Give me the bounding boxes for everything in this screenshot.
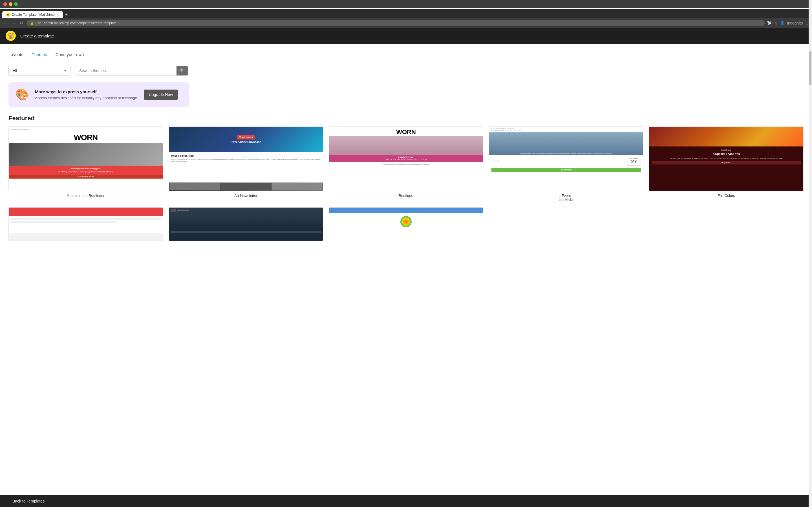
template-card-partial-3[interactable]	[329, 207, 483, 241]
template-thumb-fallcolors: bookhaus A Special Thank You We here at …	[649, 126, 804, 191]
boutique-header: WORN	[329, 127, 483, 136]
app-header: 🐒 Create a template	[0, 28, 812, 44]
app-title: Create a template	[20, 34, 54, 38]
search-button[interactable]: 🔍	[176, 66, 188, 75]
incognito-label: Incognito	[787, 21, 803, 25]
filter-row: All Featured Newsletter Event Holiday Pr…	[8, 66, 804, 75]
thumb-art-top: 🎨 ART BIZ ■ Street Artist Showcase	[169, 127, 323, 152]
minimize-button[interactable]	[9, 2, 12, 6]
art-logo: 🎨 ART BIZ ■	[237, 135, 255, 139]
art-heading: Meet a Street Artist	[171, 154, 320, 157]
upgrade-now-button[interactable]: Upgrade Now	[144, 90, 178, 100]
url-text: us21.admin.mailchimp.com/templates/creat…	[36, 21, 117, 25]
tab-close-icon[interactable]: ✕	[56, 13, 59, 17]
main-content: Layouts Themes Code your own All Feature…	[0, 44, 812, 252]
art-text: Art is an expression of the soul. Art Bi…	[171, 158, 320, 163]
new-tab-button[interactable]: +	[65, 12, 68, 18]
thumb-brand: WORN	[9, 132, 163, 143]
event-header: BANANACO BANANA SUMMITBANANACO WORLD HEA…	[489, 127, 643, 132]
scrollbar[interactable]	[809, 0, 812, 252]
thumb-button: VIEW APPOINTMENT	[9, 175, 163, 179]
forward-nav-button[interactable]: →	[11, 20, 16, 26]
cast-icon[interactable]: 📡	[767, 21, 772, 25]
template-card-partial-1[interactable]	[8, 207, 163, 241]
event-date-block: September 2019 September 27	[489, 155, 643, 167]
banner-text: More ways to express yourself Access the…	[35, 89, 138, 100]
second-row-templates	[8, 207, 804, 241]
template-card-event[interactable]: BANANACO BANANA SUMMITBANANACO WORLD HEA…	[489, 126, 644, 202]
tab-bar: M Create Template | Mailchimp ✕ +	[0, 9, 812, 18]
thumb-image	[9, 143, 163, 166]
template-name-art: Art Newsletter	[168, 193, 323, 198]
search-wrapper: 🔍	[75, 66, 188, 75]
thumb-art-body: Meet a Street Artist Art is an expressio…	[169, 152, 323, 182]
back-nav-button[interactable]: ←	[3, 20, 8, 26]
partial-dark-img	[169, 213, 323, 230]
browser-chrome	[0, 0, 812, 8]
featured-templates-grid: View this email in your browser WORN Loo…	[8, 126, 804, 202]
traffic-lights	[3, 2, 18, 6]
template-thumb-partial-2	[168, 207, 323, 241]
event-register-button: REGISTER NOW	[492, 168, 641, 172]
partial-white-header	[329, 208, 483, 213]
featured-section-title: Featured	[8, 115, 804, 122]
close-button[interactable]	[3, 2, 7, 6]
template-thumb-event: BANANACO BANANA SUMMITBANANACO WORLD HEA…	[489, 126, 644, 191]
tab-themes[interactable]: Themes	[32, 49, 47, 60]
address-bar-row: ← → ↻ 🔒 us21.admin.mailchimp.com/templat…	[0, 18, 812, 28]
banner-illustration: 🎨	[15, 88, 29, 101]
template-thumb-partial-3	[329, 207, 483, 241]
maximize-button[interactable]	[14, 2, 18, 6]
banner-description: Access themes designed for virtually any…	[35, 96, 138, 100]
active-tab[interactable]: M Create Template | Mailchimp ✕	[2, 11, 63, 18]
template-card-art[interactable]: 🎨 ART BIZ ■ Street Artist Showcase Meet …	[168, 126, 323, 202]
template-thumb-art: 🎨 ART BIZ ■ Street Artist Showcase Meet …	[168, 126, 323, 191]
partial-red-bar	[9, 208, 163, 216]
lock-icon: 🔒	[30, 21, 34, 25]
tab-layouts[interactable]: Layouts	[8, 49, 23, 60]
boutique-image: PROJEKTPINKGEAR UP FOR SPRING WITH OUR N…	[329, 136, 483, 162]
template-name-boutique: Boutique	[329, 193, 483, 198]
event-image: The Bananaco Banana Summit provides tena…	[489, 132, 643, 155]
template-card-fallcolors[interactable]: bookhaus A Special Thank You We here at …	[649, 126, 804, 202]
template-card-appointment[interactable]: View this email in your browser WORN Loo…	[8, 126, 163, 202]
mailchimp-logo[interactable]: 🐒	[6, 31, 16, 41]
thumb-header: View this email in your browser	[9, 127, 163, 132]
mailchimp-tab-icon: M	[6, 13, 10, 17]
search-input[interactable]	[75, 66, 188, 75]
thumb-cta: Looking forward to seeing you! just a fr…	[9, 166, 163, 175]
template-name-fallcolors: Fall Colors	[649, 193, 804, 198]
reload-button[interactable]: ↻	[18, 20, 24, 26]
browser-actions: 📡 ☆ 👤 Incognito ⋮	[767, 21, 809, 25]
template-thumb-partial-1	[8, 207, 163, 241]
profile-icon[interactable]: 👤	[780, 21, 784, 25]
template-author-event: Jon Hicks	[489, 198, 644, 202]
address-bar[interactable]: 🔒 us21.admin.mailchimp.com/templates/cre…	[27, 20, 765, 26]
bookmark-icon[interactable]: ☆	[774, 21, 777, 25]
main-tabs: Layouts Themes Code your own	[8, 49, 804, 60]
fallcolors-overlay: bookhaus A Special Thank You We here at …	[649, 147, 803, 191]
template-thumb-boutique: WORN PROJEKTPINKGEAR UP FOR SPRING WITH …	[329, 126, 483, 191]
upgrade-banner: 🎨 More ways to express yourself Access t…	[8, 82, 189, 107]
template-card-partial-2[interactable]	[168, 207, 323, 241]
boutique-text: Lovely lush colours and limiting texture…	[329, 162, 483, 167]
banner-title: More ways to express yourself	[35, 89, 138, 94]
boutique-overlay: PROJEKTPINKGEAR UP FOR SPRING WITH OUR N…	[329, 155, 483, 162]
template-card-boutique[interactable]: WORN PROJEKTPINKGEAR UP FOR SPRING WITH …	[329, 126, 483, 202]
template-thumb-appointment: View this email in your browser WORN Loo…	[8, 126, 163, 191]
scrollbar-thumb[interactable]	[809, 51, 811, 85]
art-gallery-row	[169, 182, 323, 191]
search-icon: 🔍	[180, 68, 185, 73]
tab-title: Create Template | Mailchimp	[12, 13, 55, 17]
category-filter[interactable]: All Featured Newsletter Event Holiday Pr…	[8, 66, 70, 75]
fallcolors-title: A Special Thank You	[652, 152, 801, 156]
fallcolors-image	[649, 127, 803, 147]
template-name-appointment: Appointment Reminder	[8, 193, 163, 198]
fallcolors-text: We here at Bookhaus have a lot to be tha…	[652, 157, 801, 159]
fallcolors-logo: bookhaus	[652, 149, 801, 151]
tab-code-your-own[interactable]: Code your own	[56, 49, 84, 60]
template-name-event: Event	[489, 193, 644, 198]
